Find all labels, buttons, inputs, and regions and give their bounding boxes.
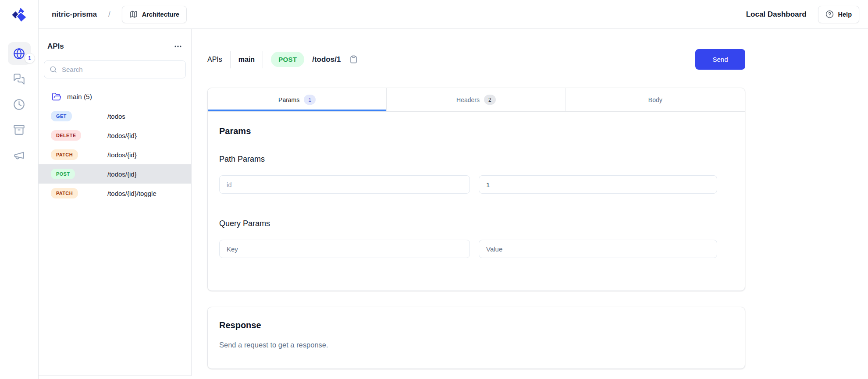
endpoint-path: /todos/{id}/toggle <box>107 190 157 197</box>
globe-icon <box>13 48 25 60</box>
endpoint-item-post-todo[interactable]: POST /todos/{id} <box>39 164 191 184</box>
tab-headers[interactable]: Headers 2 <box>387 88 566 111</box>
endpoint-item-patch-toggle[interactable]: PATCH /todos/{id}/toggle <box>39 184 191 203</box>
tab-params[interactable]: Params 1 <box>208 88 387 111</box>
help-button-label: Help <box>838 11 852 18</box>
apis-sidebar: APIs main <box>39 29 192 376</box>
tab-params-badge: 1 <box>304 95 316 105</box>
megaphone-icon <box>13 149 25 161</box>
copy-path-button[interactable] <box>349 54 359 64</box>
rail-nav: 1 <box>8 42 31 166</box>
breadcrumb-group: main <box>238 56 255 64</box>
request-method-badge: POST <box>271 52 304 67</box>
response-title: Response <box>219 320 733 330</box>
endpoint-path: /todos/{id} <box>107 170 137 178</box>
query-params-title: Query Params <box>219 219 733 228</box>
sidebar-title: APIs <box>47 42 64 51</box>
request-path: /todos/1 <box>312 55 341 64</box>
folder-open-icon <box>52 92 61 102</box>
main-panel: APIs main POST /todos/1 <box>192 29 868 379</box>
architecture-button[interactable]: Architecture <box>122 6 187 23</box>
params-title: Params <box>219 126 733 136</box>
send-button[interactable]: Send <box>695 49 745 70</box>
rail-item-storage[interactable] <box>8 118 31 141</box>
method-badge: GET <box>51 111 72 121</box>
nitric-logo[interactable] <box>0 0 38 29</box>
tab-headers-label: Headers <box>456 96 480 103</box>
breadcrumb-separator: / <box>108 10 110 19</box>
sidebar-menu-button[interactable] <box>172 40 184 53</box>
response-card: Response Send a request to get a respons… <box>207 307 745 369</box>
rail-item-schedules[interactable] <box>8 93 31 116</box>
architecture-button-label: Architecture <box>142 11 179 18</box>
endpoint-path: /todos/{id} <box>107 132 137 139</box>
rail-item-topics[interactable] <box>8 144 31 166</box>
method-badge: PATCH <box>51 149 78 160</box>
ellipsis-icon <box>174 42 182 51</box>
path-param-name-input[interactable] <box>219 175 470 194</box>
path-params-row <box>219 175 733 194</box>
help-circle-icon <box>825 10 834 18</box>
api-group-main[interactable]: main (5) <box>44 88 186 106</box>
tab-body-label: Body <box>648 96 662 103</box>
tab-body[interactable]: Body <box>566 88 745 111</box>
project-name: nitric-prisma <box>52 10 97 19</box>
method-badge: PATCH <box>51 188 78 198</box>
archive-icon <box>13 124 25 136</box>
response-empty-message: Send a request to get a response. <box>219 341 733 349</box>
endpoint-list: GET /todos DELETE /todos/{id} PATCH /tod… <box>39 106 191 203</box>
dashboard-title: Local Dashboard <box>746 10 807 19</box>
query-params-row <box>219 240 733 258</box>
icon-rail: 1 <box>0 0 39 379</box>
endpoint-path: /todos/{id} <box>107 151 137 159</box>
help-button[interactable]: Help <box>818 6 859 23</box>
endpoint-path: /todos <box>107 113 125 120</box>
request-breadcrumb: APIs main POST /todos/1 <box>207 51 359 68</box>
rail-item-apis[interactable]: 1 <box>8 42 31 65</box>
nitric-logo-icon <box>10 5 28 24</box>
endpoint-item-patch-todo[interactable]: PATCH /todos/{id} <box>39 145 191 164</box>
topbar: nitric-prisma / Architecture Local Dashb… <box>39 0 868 29</box>
map-icon <box>129 10 138 18</box>
path-param-value-input[interactable] <box>479 175 717 194</box>
api-group-label: main (5) <box>67 93 92 101</box>
method-badge: DELETE <box>51 130 81 141</box>
query-param-value-input[interactable] <box>479 240 717 258</box>
apis-count-badge: 1 <box>25 53 35 64</box>
tab-params-label: Params <box>278 96 299 103</box>
request-card: Params 1 Headers 2 Body <box>207 88 745 291</box>
method-badge: POST <box>51 169 75 179</box>
path-params-title: Path Params <box>219 155 733 164</box>
breadcrumb-divider <box>230 51 231 68</box>
request-tabs: Params 1 Headers 2 Body <box>208 88 745 112</box>
endpoint-item-delete-todo[interactable]: DELETE /todos/{id} <box>39 126 191 145</box>
app-root: 1 <box>0 0 868 379</box>
clipboard-icon <box>349 55 358 64</box>
rail-item-websockets[interactable] <box>8 67 31 90</box>
breadcrumb-section: APIs <box>207 56 222 64</box>
search-input[interactable] <box>44 60 186 78</box>
tab-headers-badge: 2 <box>484 95 496 105</box>
chat-bubbles-icon <box>13 73 25 85</box>
query-param-key-input[interactable] <box>219 240 470 258</box>
breadcrumb-divider <box>263 51 263 68</box>
endpoint-item-get-todos[interactable]: GET /todos <box>39 106 191 126</box>
clock-icon <box>13 99 25 110</box>
